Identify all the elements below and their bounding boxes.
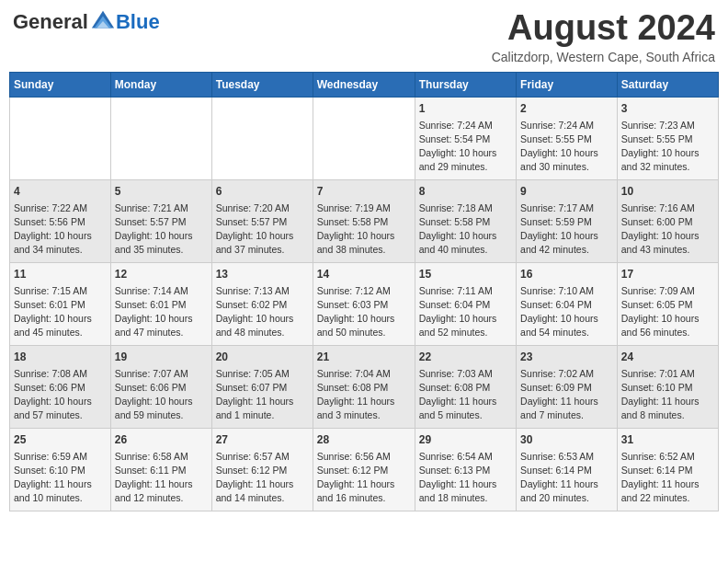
header-day-thursday: Thursday xyxy=(415,72,516,97)
cell-content: Sunrise: 7:22 AM Sunset: 5:56 PM Dayligh… xyxy=(14,201,107,258)
cell-content: Sunrise: 6:52 AM Sunset: 6:14 PM Dayligh… xyxy=(621,450,714,506)
calendar-cell: 29Sunrise: 6:54 AM Sunset: 6:13 PM Dayli… xyxy=(415,428,516,511)
day-number: 22 xyxy=(419,350,512,365)
page-header: General Blue August 2024 Calitzdorp, Wes… xyxy=(9,9,719,64)
day-number: 27 xyxy=(216,432,309,448)
calendar-cell: 12Sunrise: 7:14 AM Sunset: 6:01 PM Dayli… xyxy=(110,262,211,345)
calendar-cell: 1Sunrise: 7:24 AM Sunset: 5:54 PM Daylig… xyxy=(415,97,516,179)
calendar-cell xyxy=(313,97,415,179)
calendar-cell: 5Sunrise: 7:21 AM Sunset: 5:57 PM Daylig… xyxy=(110,179,211,262)
header-row: SundayMondayTuesdayWednesdayThursdayFrid… xyxy=(10,72,719,97)
calendar-cell: 21Sunrise: 7:04 AM Sunset: 6:08 PM Dayli… xyxy=(313,345,415,428)
location: Calitzdorp, Western Cape, South Africa xyxy=(492,50,715,64)
cell-content: Sunrise: 7:05 AM Sunset: 6:07 PM Dayligh… xyxy=(216,367,309,423)
day-number: 8 xyxy=(419,184,512,200)
cell-content: Sunrise: 7:15 AM Sunset: 6:01 PM Dayligh… xyxy=(14,284,107,340)
calendar-cell: 28Sunrise: 6:56 AM Sunset: 6:12 PM Dayli… xyxy=(313,428,415,511)
cell-content: Sunrise: 7:02 AM Sunset: 6:09 PM Dayligh… xyxy=(520,367,613,423)
calendar-cell: 10Sunrise: 7:16 AM Sunset: 6:00 PM Dayli… xyxy=(617,179,718,262)
calendar-table: SundayMondayTuesdayWednesdayThursdayFrid… xyxy=(9,72,719,511)
header-day-friday: Friday xyxy=(517,72,618,97)
day-number: 15 xyxy=(419,267,512,282)
cell-content: Sunrise: 6:57 AM Sunset: 6:12 PM Dayligh… xyxy=(216,450,309,506)
day-number: 19 xyxy=(115,350,208,365)
day-number: 11 xyxy=(14,267,107,282)
cell-content: Sunrise: 7:24 AM Sunset: 5:55 PM Dayligh… xyxy=(520,119,613,175)
day-number: 28 xyxy=(317,432,411,448)
day-number: 5 xyxy=(115,184,208,200)
cell-content: Sunrise: 7:08 AM Sunset: 6:06 PM Dayligh… xyxy=(14,367,107,423)
calendar-cell: 19Sunrise: 7:07 AM Sunset: 6:06 PM Dayli… xyxy=(110,345,211,428)
day-number: 12 xyxy=(115,267,208,282)
cell-content: Sunrise: 7:24 AM Sunset: 5:54 PM Dayligh… xyxy=(419,119,512,175)
logo-icon xyxy=(90,9,116,35)
day-number: 3 xyxy=(621,101,714,117)
day-number: 10 xyxy=(621,184,714,200)
cell-content: Sunrise: 7:11 AM Sunset: 6:04 PM Dayligh… xyxy=(419,284,512,340)
week-row-4: 25Sunrise: 6:59 AM Sunset: 6:10 PM Dayli… xyxy=(10,428,719,511)
calendar-cell: 30Sunrise: 6:53 AM Sunset: 6:14 PM Dayli… xyxy=(517,428,618,511)
header-day-tuesday: Tuesday xyxy=(211,72,313,97)
day-number: 9 xyxy=(520,184,613,200)
calendar-cell: 7Sunrise: 7:19 AM Sunset: 5:58 PM Daylig… xyxy=(313,179,415,262)
cell-content: Sunrise: 7:23 AM Sunset: 5:55 PM Dayligh… xyxy=(621,119,714,175)
day-number: 4 xyxy=(14,184,107,200)
day-number: 24 xyxy=(621,350,714,365)
cell-content: Sunrise: 7:13 AM Sunset: 6:02 PM Dayligh… xyxy=(216,284,309,340)
calendar-cell: 13Sunrise: 7:13 AM Sunset: 6:02 PM Dayli… xyxy=(211,262,313,345)
day-number: 31 xyxy=(621,432,714,448)
calendar-cell: 25Sunrise: 6:59 AM Sunset: 6:10 PM Dayli… xyxy=(10,428,111,511)
header-day-wednesday: Wednesday xyxy=(313,72,415,97)
day-number: 21 xyxy=(317,350,411,365)
calendar-cell: 31Sunrise: 6:52 AM Sunset: 6:14 PM Dayli… xyxy=(617,428,718,511)
calendar-cell: 2Sunrise: 7:24 AM Sunset: 5:55 PM Daylig… xyxy=(517,97,618,179)
calendar-cell: 17Sunrise: 7:09 AM Sunset: 6:05 PM Dayli… xyxy=(617,262,718,345)
day-number: 20 xyxy=(216,350,309,365)
day-number: 2 xyxy=(520,101,613,117)
calendar-cell: 6Sunrise: 7:20 AM Sunset: 5:57 PM Daylig… xyxy=(211,179,313,262)
cell-content: Sunrise: 7:04 AM Sunset: 6:08 PM Dayligh… xyxy=(317,367,411,423)
day-number: 23 xyxy=(520,350,613,365)
cell-content: Sunrise: 7:07 AM Sunset: 6:06 PM Dayligh… xyxy=(115,367,208,423)
cell-content: Sunrise: 7:18 AM Sunset: 5:58 PM Dayligh… xyxy=(419,201,512,258)
calendar-cell xyxy=(110,97,211,179)
day-number: 1 xyxy=(419,101,512,117)
cell-content: Sunrise: 7:21 AM Sunset: 5:57 PM Dayligh… xyxy=(115,201,208,258)
day-number: 26 xyxy=(115,432,208,448)
cell-content: Sunrise: 7:09 AM Sunset: 6:05 PM Dayligh… xyxy=(621,284,714,340)
cell-content: Sunrise: 7:01 AM Sunset: 6:10 PM Dayligh… xyxy=(621,367,714,423)
logo: General Blue xyxy=(13,9,160,35)
day-number: 29 xyxy=(419,432,512,448)
week-row-2: 11Sunrise: 7:15 AM Sunset: 6:01 PM Dayli… xyxy=(10,262,719,345)
title-block: August 2024 Calitzdorp, Western Cape, So… xyxy=(492,9,715,64)
calendar-cell: 11Sunrise: 7:15 AM Sunset: 6:01 PM Dayli… xyxy=(10,262,111,345)
calendar-cell: 9Sunrise: 7:17 AM Sunset: 5:59 PM Daylig… xyxy=(517,179,618,262)
header-day-sunday: Sunday xyxy=(10,72,111,97)
cell-content: Sunrise: 7:19 AM Sunset: 5:58 PM Dayligh… xyxy=(317,201,411,258)
calendar-cell: 8Sunrise: 7:18 AM Sunset: 5:58 PM Daylig… xyxy=(415,179,516,262)
week-row-0: 1Sunrise: 7:24 AM Sunset: 5:54 PM Daylig… xyxy=(10,97,719,179)
calendar-cell: 24Sunrise: 7:01 AM Sunset: 6:10 PM Dayli… xyxy=(617,345,718,428)
cell-content: Sunrise: 6:58 AM Sunset: 6:11 PM Dayligh… xyxy=(115,450,208,506)
cell-content: Sunrise: 7:20 AM Sunset: 5:57 PM Dayligh… xyxy=(216,201,309,258)
calendar-cell: 15Sunrise: 7:11 AM Sunset: 6:04 PM Dayli… xyxy=(415,262,516,345)
day-number: 16 xyxy=(520,267,613,282)
day-number: 17 xyxy=(621,267,714,282)
day-number: 18 xyxy=(14,350,107,365)
header-day-saturday: Saturday xyxy=(617,72,718,97)
calendar-cell xyxy=(211,97,313,179)
cell-content: Sunrise: 6:59 AM Sunset: 6:10 PM Dayligh… xyxy=(14,450,107,506)
calendar-cell: 14Sunrise: 7:12 AM Sunset: 6:03 PM Dayli… xyxy=(313,262,415,345)
cell-content: Sunrise: 7:12 AM Sunset: 6:03 PM Dayligh… xyxy=(317,284,411,340)
cell-content: Sunrise: 7:17 AM Sunset: 5:59 PM Dayligh… xyxy=(520,201,613,258)
calendar-cell: 22Sunrise: 7:03 AM Sunset: 6:08 PM Dayli… xyxy=(415,345,516,428)
calendar-cell: 27Sunrise: 6:57 AM Sunset: 6:12 PM Dayli… xyxy=(211,428,313,511)
calendar-cell: 4Sunrise: 7:22 AM Sunset: 5:56 PM Daylig… xyxy=(10,179,111,262)
cell-content: Sunrise: 6:53 AM Sunset: 6:14 PM Dayligh… xyxy=(520,450,613,506)
calendar-cell: 23Sunrise: 7:02 AM Sunset: 6:09 PM Dayli… xyxy=(517,345,618,428)
month-title: August 2024 xyxy=(492,9,715,48)
calendar-body: 1Sunrise: 7:24 AM Sunset: 5:54 PM Daylig… xyxy=(10,97,719,511)
logo-general: General xyxy=(13,10,88,34)
calendar-cell: 3Sunrise: 7:23 AM Sunset: 5:55 PM Daylig… xyxy=(617,97,718,179)
cell-content: Sunrise: 6:54 AM Sunset: 6:13 PM Dayligh… xyxy=(419,450,512,506)
